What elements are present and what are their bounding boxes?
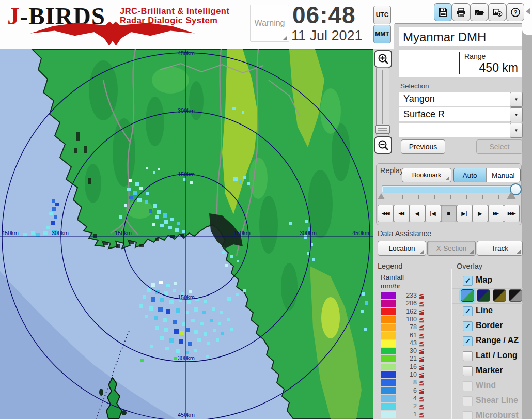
legend-row: 233≦ — [381, 292, 437, 300]
checkbox[interactable] — [463, 351, 473, 361]
legend-row: 61≦ — [381, 332, 437, 339]
overlay-item-label: Microburst — [476, 411, 519, 419]
legend-swatch — [381, 371, 396, 378]
zoom-out-icon — [378, 139, 389, 151]
replay-range-end-marker[interactable] — [507, 191, 516, 199]
auto-button[interactable]: Auto — [454, 168, 486, 182]
legend-operator: ≦ — [419, 347, 424, 355]
forward-button[interactable]: ▶▶ — [488, 205, 504, 222]
legend-operator: ≦ — [419, 395, 424, 402]
zoom-in-icon — [378, 53, 389, 65]
utc-button[interactable]: UTC — [373, 6, 391, 24]
site-dropdown-value[interactable]: Yangon — [399, 92, 513, 106]
fast-rewind-icon: ◀◀◀ — [382, 211, 388, 216]
legend-operator: ≦ — [419, 308, 424, 316]
checkbox[interactable]: ✓ — [463, 306, 473, 316]
checkbox[interactable]: ✓ — [463, 276, 473, 286]
x-section-button[interactable]: X-Section — [427, 241, 476, 256]
print-button[interactable] — [452, 3, 470, 21]
zoom-in-button[interactable] — [374, 50, 392, 68]
mmt-button[interactable]: MMT — [373, 25, 391, 43]
legend-operator: ≦ — [419, 323, 424, 331]
range-ring-label: 300km — [178, 355, 195, 361]
legend-operator: ≦ — [419, 387, 424, 395]
overlay-item-lati-long: Lati / Long — [452, 349, 523, 364]
legend-operator: ≦ — [419, 371, 424, 379]
overlay-item-label: Lati / Long — [476, 351, 518, 360]
checkbox[interactable]: ✓ — [463, 321, 473, 331]
checkbox[interactable] — [463, 366, 473, 376]
fast-forward-button[interactable]: ▶▶▶ — [504, 205, 520, 222]
legend-swatch — [381, 300, 396, 307]
checkbox[interactable]: ✓ — [463, 336, 473, 346]
option-dropdown-arrow[interactable]: ▼ — [510, 123, 523, 138]
range-ring-label: 300km — [300, 230, 317, 236]
station-name: Myanmar DMH — [403, 30, 486, 44]
panel-collapse-icon[interactable] — [526, 8, 530, 14]
save-button[interactable] — [434, 3, 452, 21]
overlay-item-shear-line: Shear Line — [452, 394, 523, 409]
overlay-item-label: Map — [476, 275, 492, 285]
replay-tick — [434, 195, 435, 199]
zoom-slider-thumb[interactable] — [375, 125, 390, 134]
manual-button[interactable]: Manual — [486, 168, 520, 182]
previous-button[interactable]: Previous — [401, 139, 445, 154]
replay-range-start-marker[interactable] — [378, 193, 385, 199]
track-button[interactable]: Track — [477, 241, 523, 256]
location-button[interactable]: Location — [378, 241, 426, 256]
range-label: Range — [464, 52, 486, 60]
play-backward-button[interactable]: ◀ — [409, 205, 425, 222]
legend-swatch — [381, 324, 396, 331]
legend-operator: ≦ — [419, 363, 424, 371]
warning-button[interactable]: Warning — [250, 5, 289, 42]
legend-operator: ≦ — [419, 355, 424, 363]
site-dropdown-arrow[interactable]: ▼ — [510, 92, 523, 107]
map-style-swatch[interactable] — [477, 289, 490, 302]
stop-icon: ■ — [447, 210, 450, 216]
jbirds-app: J-BIRDS JRC-Brilliant & Intelligent Rada… — [0, 0, 532, 419]
legend-value: 10 — [397, 371, 417, 378]
map-style-swatches — [452, 289, 523, 304]
replay-slider-track[interactable] — [382, 185, 513, 193]
select-button[interactable]: Select — [476, 139, 523, 154]
checkbox — [463, 396, 473, 406]
product-dropdown-value[interactable]: Surface R — [399, 107, 513, 121]
replay-tick — [498, 195, 499, 199]
range-ring-label: 450km — [352, 230, 369, 236]
legend-row: 21≦ — [381, 355, 437, 363]
help-button[interactable]: ? — [506, 3, 524, 21]
forward-icon: ▶▶ — [493, 211, 498, 216]
overlay-label: Overlay — [457, 262, 482, 270]
add-image-button[interactable] — [488, 3, 506, 21]
zoom-out-button[interactable] — [374, 136, 392, 154]
step-forward-button[interactable]: ▶| — [457, 205, 473, 222]
replay-tick — [418, 195, 419, 199]
legend-value: 61 — [397, 332, 417, 339]
stop-button[interactable]: ■ — [441, 205, 457, 222]
open-folder-button[interactable] — [470, 3, 488, 21]
fast-rewind-button[interactable]: ◀◀◀ — [378, 205, 394, 222]
range-ring-label: 300km — [178, 107, 195, 114]
play-button[interactable]: ▶ — [472, 205, 488, 222]
rewind-button[interactable]: ◀◀ — [394, 205, 410, 222]
legend-swatch — [381, 387, 396, 394]
map-style-swatch[interactable] — [509, 289, 522, 302]
overlay-item-line: ✓Line — [452, 304, 523, 319]
product-dropdown-arrow[interactable]: ▼ — [510, 107, 523, 122]
legend-swatch — [381, 379, 396, 386]
legend-swatch — [381, 348, 396, 354]
panel-edge-scrollbar[interactable] — [522, 24, 532, 419]
map-style-swatch[interactable] — [493, 289, 506, 302]
legend-swatch — [381, 411, 396, 418]
add-image-icon — [492, 7, 503, 18]
legend-row: 1≦ — [381, 411, 437, 418]
radar-map[interactable]: 450km300km150km150km300km450km450km300km… — [0, 49, 373, 419]
zoom-slider-line — [382, 70, 383, 124]
replay-label: Replay — [380, 166, 403, 175]
range-ring-label: 450km — [2, 230, 19, 236]
map-style-swatch[interactable] — [461, 289, 474, 302]
option-dropdown-value[interactable] — [399, 123, 513, 137]
step-back-button[interactable]: |◀ — [425, 205, 441, 222]
step-back-icon: |◀ — [430, 210, 435, 217]
bookmark-button[interactable]: Bookmark — [402, 168, 451, 182]
